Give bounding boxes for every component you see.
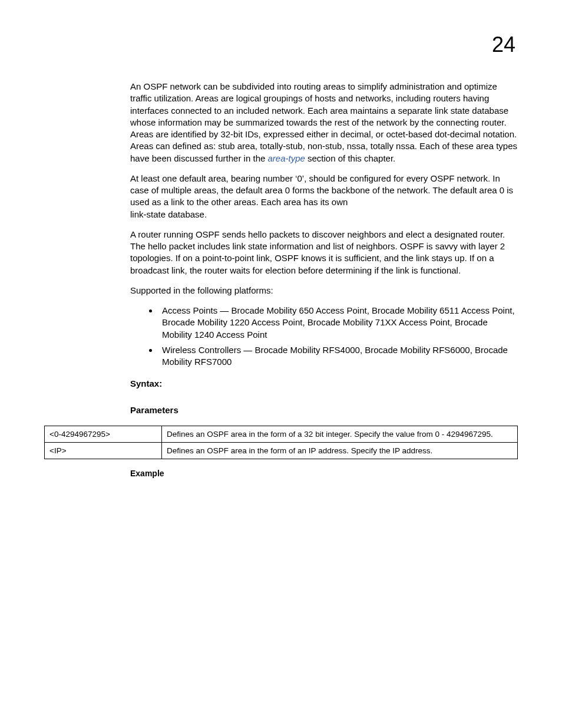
body-paragraph-2: At least one default area, bearing numbe… [130, 173, 518, 220]
paragraph-text: section of this chapter. [305, 153, 395, 163]
parameters-table: <0-4294967295> Defines an OSPF area in t… [44, 426, 518, 459]
syntax-heading: Syntax: [130, 378, 518, 388]
page-number: 24 [44, 32, 515, 57]
table-cell-desc: Defines an OSPF area in the form of an I… [162, 443, 518, 459]
table-row: <IP> Defines an OSPF area in the form of… [45, 443, 518, 459]
example-heading: Example [130, 469, 518, 478]
table-cell-param: <0-4294967295> [45, 426, 162, 443]
body-paragraph-1: An OSPF network can be subdivided into r… [130, 81, 518, 164]
table-row: <0-4294967295> Defines an OSPF area in t… [45, 426, 518, 443]
body-paragraph-3: A router running OSPF sends hello packet… [130, 229, 518, 276]
paragraph-text: link-state database. [130, 209, 207, 219]
platform-list: Access Points — Brocade Mobility 650 Acc… [130, 305, 518, 368]
list-item: Wireless Controllers — Brocade Mobility … [158, 344, 518, 368]
table-cell-desc: Defines an OSPF area in the form of a 32… [162, 426, 518, 443]
body-paragraph-4: Supported in the following platforms: [130, 285, 518, 297]
area-type-link[interactable]: area-type [267, 153, 305, 163]
parameters-heading: Parameters [130, 405, 518, 415]
paragraph-text: At least one default area, bearing numbe… [130, 173, 513, 207]
paragraph-text: An OSPF network can be subdivided into r… [130, 81, 517, 163]
list-item: Access Points — Brocade Mobility 650 Acc… [158, 305, 518, 341]
table-cell-param: <IP> [45, 443, 162, 459]
